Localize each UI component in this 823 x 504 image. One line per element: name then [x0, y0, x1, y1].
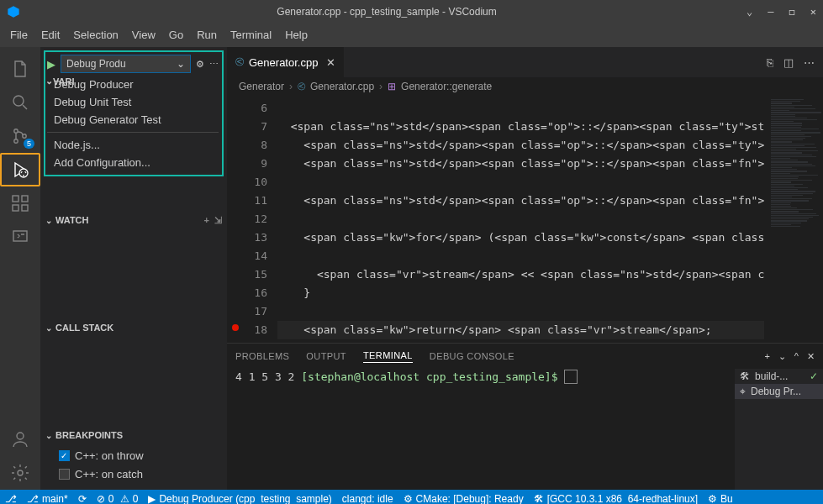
clangd-status[interactable]: clangd: idle: [342, 493, 393, 504]
start-debug-button[interactable]: ▶: [47, 58, 55, 71]
symbol-method-icon: ⊞: [388, 81, 396, 92]
panel-tab-debug-console[interactable]: DEBUG CONSOLE: [430, 351, 514, 361]
extensions-icon[interactable]: [0, 186, 40, 220]
svg-rect-9: [13, 231, 27, 241]
activity-bar: 5: [0, 47, 40, 490]
svg-rect-7: [22, 205, 28, 211]
tab-generator-cpp[interactable]: ⧀ Generator.cpp ✕: [227, 47, 345, 77]
svg-rect-8: [22, 196, 28, 202]
more-icon[interactable]: ⋯: [209, 59, 219, 70]
terminal-dropdown-icon[interactable]: ⌄: [778, 351, 786, 362]
title-bar: Generator.cpp - cpp_testing_sample - VSC…: [0, 0, 823, 24]
menu-bar: FileEditSelectionViewGoRunTerminalHelp: [0, 24, 823, 47]
gear-icon[interactable]: ⚙: [196, 59, 204, 70]
bug-icon: ⌖: [740, 386, 746, 397]
panel-tabs: PROBLEMSOUTPUTTERMINALDEBUG CONSOLE +⌄ ^…: [227, 344, 823, 369]
panel-tab-problems[interactable]: PROBLEMS: [235, 351, 289, 361]
close-button[interactable]: ✕: [810, 6, 816, 18]
svg-rect-6: [13, 205, 18, 211]
compare-icon[interactable]: ⎘: [767, 56, 773, 69]
line-gutter[interactable]: 678910111213141516171819: [227, 96, 277, 343]
config-option[interactable]: Node.js...: [47, 136, 219, 154]
build-status[interactable]: ⚙ Bu: [708, 493, 733, 504]
menu-help[interactable]: Help: [278, 24, 314, 47]
terminal-list[interactable]: 🛠build-...✓⌖Debug Pr...: [735, 369, 823, 490]
close-tab-icon[interactable]: ✕: [326, 56, 335, 69]
breakpoints-section-header[interactable]: ⌄BREAKPOINTS: [40, 426, 227, 444]
app-icon: [7, 5, 20, 18]
variables-section-header[interactable]: ⌄VARI: [45, 76, 74, 87]
more-actions-icon[interactable]: ⋯: [804, 56, 815, 69]
maximize-button[interactable]: ◻: [789, 6, 795, 18]
breakpoint-item[interactable]: C++: on throw: [59, 446, 220, 465]
tools-icon: 🛠: [740, 370, 750, 382]
breadcrumb[interactable]: Generator› ⧀ Generator.cpp› ⊞ Generator:…: [227, 77, 823, 96]
tab-label: Generator.cpp: [249, 56, 318, 69]
svg-point-0: [13, 96, 24, 106]
git-branch[interactable]: ⎇ main*: [27, 493, 68, 504]
window-title: Generator.cpp - cpp_testing_sample - VSC…: [27, 6, 747, 18]
terminal-process[interactable]: ⌖Debug Pr...: [735, 384, 823, 399]
debug-config-dropdown[interactable]: Debug ProducerDebug Unit TestDebug Gener…: [47, 76, 219, 171]
add-icon[interactable]: +: [204, 215, 209, 226]
minimize2-button[interactable]: —: [768, 6, 773, 18]
sync-icon[interactable]: ⟳: [78, 493, 87, 504]
checkbox[interactable]: [59, 450, 70, 461]
maximize-panel-icon[interactable]: ^: [794, 351, 799, 361]
debug-status[interactable]: ▶ Debug Producer (cpp_testing_sample): [148, 493, 331, 504]
cpp-file-icon: ⧀: [235, 55, 244, 69]
minimap[interactable]: [764, 96, 823, 343]
panel-tab-output[interactable]: OUTPUT: [306, 351, 346, 361]
svg-point-10: [17, 433, 24, 439]
collapse-icon[interactable]: ⇲: [214, 215, 222, 226]
menu-edit[interactable]: Edit: [34, 24, 66, 47]
breakpoint-item[interactable]: C++: on catch: [59, 465, 220, 483]
menu-run[interactable]: Run: [190, 24, 224, 47]
svg-point-11: [18, 470, 23, 475]
watch-section-header[interactable]: ⌄WATCH +⇲: [40, 211, 227, 229]
checkbox[interactable]: [59, 469, 70, 480]
minimize-button[interactable]: ⌄: [747, 6, 752, 18]
debug-side-panel: ▶ Debug Produ ⌄ ⚙ ⋯ Debug ProducerDebug …: [40, 47, 227, 490]
scm-badge: 5: [24, 139, 34, 149]
menu-file[interactable]: File: [3, 24, 34, 47]
debug-config-select[interactable]: Debug Produ ⌄: [61, 55, 191, 73]
code-editor[interactable]: <span class="ns">std</span><span class="…: [277, 96, 764, 343]
new-terminal-icon[interactable]: +: [764, 351, 769, 361]
svg-point-2: [14, 139, 18, 143]
menu-view[interactable]: View: [125, 24, 162, 47]
config-option[interactable]: Debug Generator Test: [47, 111, 219, 129]
chevron-down-icon: ⌄: [177, 58, 185, 70]
account-icon[interactable]: [0, 423, 40, 456]
debug-config-value: Debug Produ: [66, 58, 126, 70]
explorer-icon[interactable]: [0, 52, 40, 86]
run-debug-icon[interactable]: [0, 153, 40, 186]
editor-tabs: ⧀ Generator.cpp ✕ ⎘ ◫ ⋯: [227, 47, 823, 77]
cpp-file-icon: ⧀: [298, 81, 305, 92]
split-editor-icon[interactable]: ◫: [783, 56, 794, 69]
close-panel-icon[interactable]: ✕: [807, 351, 815, 362]
search-icon[interactable]: [0, 86, 40, 119]
cmake-status[interactable]: ⚙ CMake: [Debug]: Ready: [404, 493, 524, 504]
settings-icon[interactable]: [0, 456, 40, 490]
status-bar: ⎇ ⎇ main* ⟳ ⊘ 0 ⚠ 0 ▶ Debug Producer (cp…: [0, 490, 823, 504]
problems-indicator[interactable]: ⊘ 0 ⚠ 0: [97, 493, 139, 504]
panel-tab-terminal[interactable]: TERMINAL: [363, 350, 413, 363]
menu-selection[interactable]: Selection: [66, 24, 124, 47]
svg-point-1: [14, 129, 18, 133]
remote-icon[interactable]: [0, 220, 40, 254]
menu-terminal[interactable]: Terminal: [224, 24, 278, 47]
config-option[interactable]: Debug Unit Test: [47, 93, 219, 111]
breakpoint-dot[interactable]: [232, 324, 239, 331]
terminal-process[interactable]: 🛠build-...✓: [735, 369, 823, 384]
callstack-section-header[interactable]: ⌄CALL STACK: [40, 318, 227, 337]
debug-config-highlight: ▶ Debug Produ ⌄ ⚙ ⋯ Debug ProducerDebug …: [44, 50, 224, 176]
check-icon: ✓: [810, 370, 818, 382]
menu-go[interactable]: Go: [162, 24, 190, 47]
terminal-output[interactable]: 4 1 5 3 2 [stephan@localhost cpp_testing…: [227, 369, 735, 490]
remote-indicator[interactable]: ⎇: [5, 493, 17, 504]
compiler-status[interactable]: 🛠 [GCC 10.3.1 x86_64-redhat-linux]: [534, 493, 698, 504]
svg-rect-5: [13, 196, 18, 202]
scm-icon[interactable]: 5: [0, 119, 40, 153]
config-option[interactable]: Add Configuration...: [47, 154, 219, 171]
